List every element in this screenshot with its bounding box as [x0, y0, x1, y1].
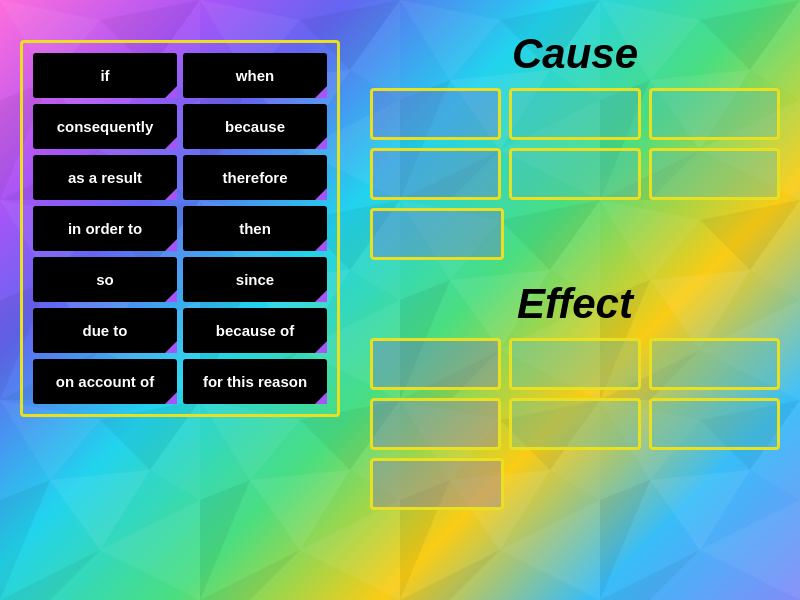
cause-grid — [370, 88, 780, 200]
word-tile-as-a-result[interactable]: as a result — [33, 155, 177, 200]
effect-drop-6[interactable] — [649, 398, 780, 450]
effect-section: Effect — [370, 280, 780, 510]
cause-drop-4[interactable] — [370, 148, 501, 200]
cause-title: Cause — [370, 30, 780, 78]
effect-grid — [370, 338, 780, 450]
cause-drop-1[interactable] — [370, 88, 501, 140]
word-tile-because-of[interactable]: because of — [183, 308, 327, 353]
word-tile-consequently[interactable]: consequently — [33, 104, 177, 149]
word-tile-if[interactable]: if — [33, 53, 177, 98]
effect-drop-7[interactable] — [370, 458, 504, 510]
word-tile-then[interactable]: then — [183, 206, 327, 251]
cause-drop-5[interactable] — [509, 148, 640, 200]
effect-extra-row — [370, 458, 780, 510]
effect-drop-4[interactable] — [370, 398, 501, 450]
cause-drop-3[interactable] — [649, 88, 780, 140]
word-tile-when[interactable]: when — [183, 53, 327, 98]
effect-drop-2[interactable] — [509, 338, 640, 390]
main-content: ifwhenconsequentlybecauseas a resultther… — [0, 0, 800, 600]
word-tile-due-to[interactable]: due to — [33, 308, 177, 353]
cause-drop-6[interactable] — [649, 148, 780, 200]
right-panel: Cause Effect — [370, 30, 780, 510]
word-tile-therefore[interactable]: therefore — [183, 155, 327, 200]
word-tile-since[interactable]: since — [183, 257, 327, 302]
cause-extra-row — [370, 208, 780, 260]
effect-drop-5[interactable] — [509, 398, 640, 450]
effect-title: Effect — [370, 280, 780, 328]
effect-drop-1[interactable] — [370, 338, 501, 390]
cause-drop-7[interactable] — [370, 208, 504, 260]
effect-drop-3[interactable] — [649, 338, 780, 390]
word-tile-on-account-of[interactable]: on account of — [33, 359, 177, 404]
word-panel: ifwhenconsequentlybecauseas a resultther… — [20, 40, 340, 417]
word-tile-so[interactable]: so — [33, 257, 177, 302]
word-tile-for-this-reason[interactable]: for this reason — [183, 359, 327, 404]
word-tile-in-order-to[interactable]: in order to — [33, 206, 177, 251]
cause-drop-2[interactable] — [509, 88, 640, 140]
word-tile-because[interactable]: because — [183, 104, 327, 149]
